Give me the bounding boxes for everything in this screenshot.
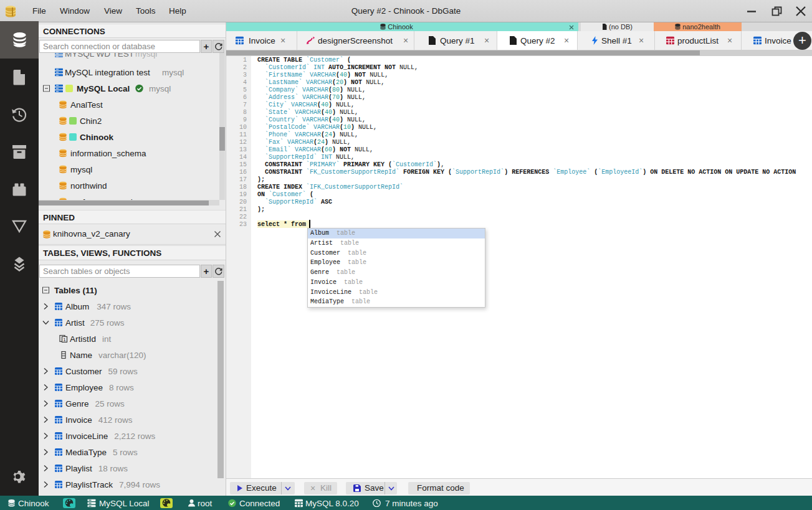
svg-text:1: 1: [63, 337, 66, 342]
